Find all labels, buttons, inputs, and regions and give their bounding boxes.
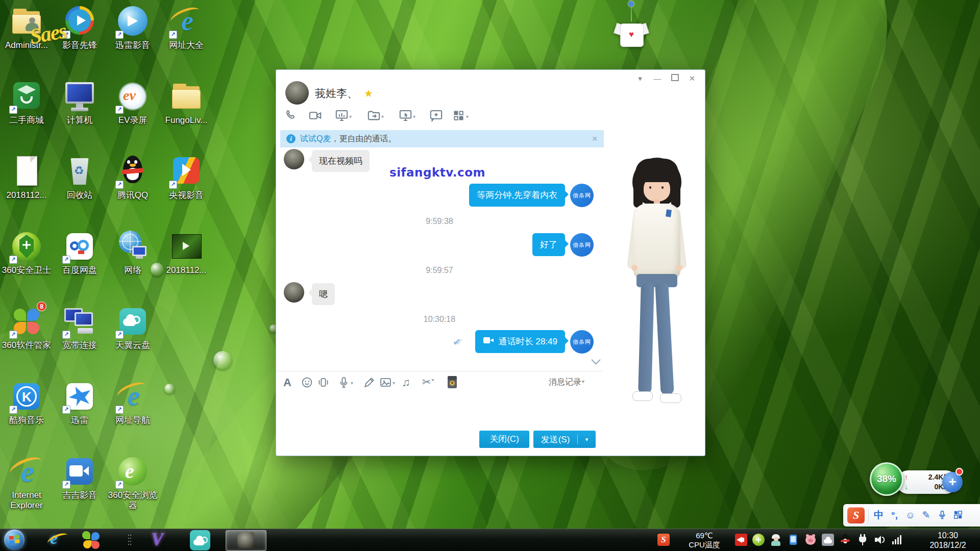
desktop-icon-label: 网址大全	[160, 40, 213, 51]
send-options-icon[interactable]: ▾	[578, 436, 596, 443]
ie-big-icon: e	[9, 454, 44, 489]
screen-demo-button[interactable]: ▾	[335, 109, 352, 124]
desktop-icon[interactable]: K↗酷狗音乐	[0, 379, 53, 425]
desktop-icon[interactable]: ♻回收站	[53, 154, 106, 201]
cloud-sync-tray-icon[interactable]	[822, 534, 834, 546]
close-window-button[interactable]: ✕	[688, 74, 697, 83]
maximize-button[interactable]	[670, 74, 679, 83]
volume-tray-icon[interactable]	[874, 534, 886, 546]
watermark-text: sifangktv.com	[389, 166, 485, 179]
broadband-icon: ↗	[62, 304, 97, 339]
mobile-assistant-tray-icon[interactable]	[787, 534, 799, 546]
cpu-temperature[interactable]: 69℃ CPU温度	[679, 531, 730, 549]
notice-close-icon[interactable]: ✕	[592, 135, 598, 143]
send-file-button[interactable]: ▾	[367, 109, 384, 124]
desktop-icon[interactable]: ↗8360软件管家	[0, 304, 53, 350]
sogou-tray-icon[interactable]: S	[657, 534, 670, 546]
desktop-icon[interactable]: ev↗EV录屏	[106, 79, 159, 126]
desktop-icon[interactable]: 2018112...	[0, 154, 53, 201]
computer-icon	[62, 79, 97, 114]
desktop-icon[interactable]: eInternet Explorer	[0, 454, 53, 511]
call-record-bubble[interactable]: 通话时长 28:49	[475, 330, 565, 353]
desktop-icon[interactable]: ↗360安全卫士	[0, 229, 53, 276]
taskbar-clock[interactable]: 10:30 2018/12/2	[918, 531, 978, 550]
self-avatar[interactable]: 借条网	[570, 184, 594, 207]
pink-app-tray-icon[interactable]	[804, 534, 817, 546]
emoji-button[interactable]: ☺	[902, 508, 918, 522]
self-avatar[interactable]: 借条网	[570, 330, 594, 354]
remote-assist-button[interactable]: ▾	[399, 109, 415, 124]
taskbar-qq-conversation-button[interactable]	[226, 530, 266, 551]
apps-button[interactable]: ▾	[452, 109, 469, 124]
peer-avatar[interactable]	[284, 149, 304, 169]
ime-mic-button[interactable]	[934, 508, 950, 522]
desktop-icon-label: FungoLiv...	[160, 115, 213, 126]
message-input[interactable]	[281, 393, 598, 427]
taskbar-vagaa-button[interactable]: V	[147, 530, 169, 550]
handwrite-button[interactable]: ✎	[918, 508, 934, 522]
desktop-icon[interactable]: e↗网址大全	[160, 4, 213, 51]
desktop-icon[interactable]: FungoLiv...	[160, 79, 213, 126]
window-menu-button[interactable]: ▾	[635, 74, 645, 83]
desktop-icon[interactable]: e↗网址导航	[106, 379, 159, 425]
message-history-button[interactable]: 消息记录▾	[549, 377, 584, 388]
desktop: Administr...↗二手商城2018112...↗360安全卫士↗8360…	[0, 0, 980, 551]
send-button[interactable]: 发送(S) ▾	[533, 431, 596, 448]
qq-icon: ↗	[115, 154, 150, 189]
shortcut-arrow-icon: ↗	[9, 106, 17, 114]
desktop-icon[interactable]: 计算机	[53, 79, 106, 126]
star-favorite-icon[interactable]: ★	[364, 87, 373, 99]
close-chat-button[interactable]: 关闭(C)	[479, 431, 529, 448]
desktop-icon[interactable]: ↗吉吉影音	[53, 454, 106, 500]
qmai-link[interactable]: 试试Q麦	[300, 134, 331, 144]
announcement-tray-icon[interactable]	[735, 534, 747, 546]
image-button[interactable]: ▾	[379, 376, 395, 390]
ime-bar: S 中 °, ☺ ✎	[843, 504, 980, 527]
taskbar-cloud-button[interactable]	[190, 530, 210, 550]
start-button[interactable]	[4, 530, 24, 550]
360-security-tray-icon[interactable]	[752, 534, 765, 546]
ime-mode-button[interactable]: 中	[871, 508, 887, 522]
desktop-icon-label: 天翼云盘	[106, 340, 159, 350]
pc-doctor-tray-icon[interactable]	[770, 534, 782, 546]
voice-call-button[interactable]	[284, 109, 298, 124]
desktop-icon[interactable]: ↗迅雷影音	[106, 4, 159, 51]
voice-message-button[interactable]: ▾	[337, 376, 353, 390]
music-button[interactable]: ♫	[402, 376, 410, 390]
clock-time: 10:30	[918, 531, 978, 540]
notice-text: ，更自由的通话。	[331, 134, 396, 144]
desktop-icon-label: 酷狗音乐	[0, 415, 53, 425]
taskbar-ie-button[interactable]: e	[47, 531, 69, 550]
red-packet-button[interactable]: ¥	[448, 376, 457, 390]
power-plug-tray-icon[interactable]	[856, 534, 869, 546]
self-avatar[interactable]: 借条网	[570, 233, 594, 257]
desktop-icon[interactable]: ↗迅雷	[53, 379, 106, 425]
video-call-button[interactable]	[308, 109, 322, 124]
emoji-button[interactable]	[301, 376, 313, 390]
minimize-button[interactable]: —	[653, 74, 662, 83]
peer-avatar[interactable]	[285, 81, 309, 105]
punctuation-button[interactable]: °,	[887, 508, 902, 522]
window-shake-button[interactable]	[317, 376, 330, 390]
desktop-icon[interactable]: e↗360安全浏览器	[106, 454, 159, 511]
desktop-icon[interactable]: ↗百度网盘	[53, 229, 106, 276]
taskbar-sogou-browser-button[interactable]	[82, 531, 100, 549]
screenshot-button[interactable]: ✂▾	[422, 376, 434, 390]
desktop-icon[interactable]: 2018112...	[160, 229, 213, 276]
sogou-logo-icon[interactable]: S	[847, 507, 865, 523]
desktop-icon[interactable]: ↗二手商城	[0, 79, 53, 126]
desktop-icon[interactable]: 网络	[106, 229, 159, 276]
peer-avatar[interactable]	[284, 282, 304, 303]
font-button[interactable]: A	[283, 376, 291, 390]
handwriting-button[interactable]	[363, 376, 376, 390]
ime-toolbox-button[interactable]	[950, 508, 966, 522]
desktop-icon[interactable]: ↗腾讯QQ	[106, 154, 159, 201]
desktop-icon[interactable]: ↗天翼云盘	[106, 304, 159, 350]
qq-tray-icon[interactable]	[839, 534, 851, 546]
create-chat-button[interactable]	[429, 109, 443, 124]
network-signal-tray-icon[interactable]	[891, 534, 903, 546]
memory-ball[interactable]: 38%	[870, 462, 903, 496]
desktop-icon[interactable]: ↗宽带连接	[53, 304, 106, 350]
desktop-icon[interactable]: ↗央视影音	[160, 154, 213, 201]
timestamp: 9:59:38	[276, 217, 603, 226]
